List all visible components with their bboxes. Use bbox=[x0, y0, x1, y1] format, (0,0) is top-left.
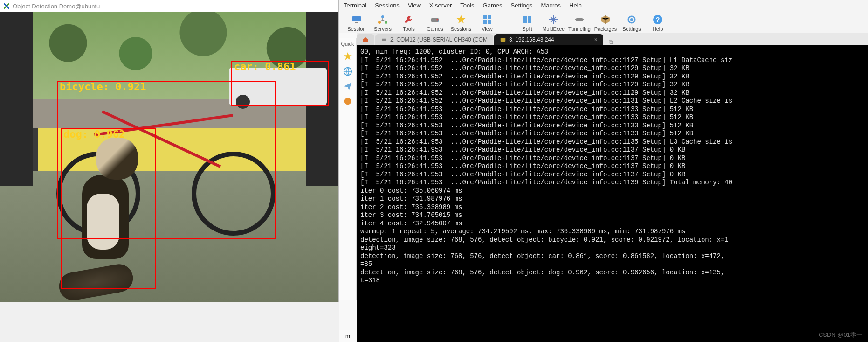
star-icon bbox=[455, 14, 467, 25]
tool-games[interactable]: Games bbox=[422, 14, 448, 32]
split-icon bbox=[522, 14, 533, 25]
tool-servers[interactable]: Servers bbox=[370, 14, 396, 32]
tool-settings[interactable]: Settings bbox=[619, 14, 645, 32]
window-titlebar[interactable]: Object Detection Demo@ubuntu bbox=[0, 0, 338, 12]
svg-rect-0 bbox=[352, 16, 361, 21]
gear-icon bbox=[626, 14, 637, 25]
svg-rect-11 bbox=[488, 20, 491, 24]
svg-rect-23 bbox=[501, 38, 506, 42]
tab-com12[interactable]: 2. COM12 (USB-SERIAL CH340 (COM bbox=[375, 34, 493, 45]
svg-point-21 bbox=[344, 98, 351, 105]
svg-point-7 bbox=[438, 21, 439, 22]
close-icon[interactable]: × bbox=[594, 36, 598, 43]
tab-com12-label: 2. COM12 (USB-SERIAL CH340 (COM bbox=[390, 36, 488, 43]
bottom-char: m bbox=[345, 333, 350, 340]
tool-view[interactable]: View bbox=[474, 14, 500, 32]
svg-rect-22 bbox=[382, 39, 386, 41]
svg-point-14 bbox=[552, 18, 555, 21]
bbox-dog-label: dog: 0.962 bbox=[63, 128, 125, 140]
menu-xserver[interactable]: X server bbox=[429, 2, 452, 9]
x-logo-icon bbox=[3, 3, 10, 9]
tab-overflow-icon[interactable]: ⧉ bbox=[609, 39, 613, 45]
svg-rect-5 bbox=[431, 18, 439, 22]
svg-text:?: ? bbox=[656, 16, 660, 23]
svg-rect-15 bbox=[576, 18, 583, 21]
home-icon bbox=[362, 36, 369, 43]
package-icon bbox=[600, 14, 611, 25]
help-icon: ? bbox=[652, 14, 663, 25]
svg-rect-1 bbox=[355, 22, 358, 23]
bbox-car-label: car: 0.861 bbox=[234, 61, 296, 72]
xserver-window: Object Detection Demo@ubuntu car: 0.861 … bbox=[0, 0, 339, 302]
svg-rect-9 bbox=[488, 15, 491, 19]
multi-icon bbox=[548, 14, 559, 25]
tool-tunneling[interactable]: Tunneling bbox=[566, 14, 592, 32]
tool-split[interactable]: Split bbox=[514, 14, 540, 32]
bottom-strip: m bbox=[339, 330, 357, 342]
tool-tools[interactable]: Tools bbox=[396, 14, 422, 32]
circle-icon[interactable] bbox=[343, 96, 353, 106]
window-title: Object Detection Demo@ubuntu bbox=[13, 3, 100, 10]
serial-icon bbox=[381, 36, 387, 43]
watermark: CSDN @01零一 bbox=[819, 331, 862, 339]
tab-home[interactable] bbox=[357, 34, 374, 45]
menu-tools[interactable]: Tools bbox=[460, 2, 474, 9]
tab-bar: 2. COM12 (USB-SERIAL CH340 (COM 3. 192.1… bbox=[357, 33, 868, 45]
svg-rect-8 bbox=[483, 15, 487, 19]
globe-icon[interactable] bbox=[343, 66, 353, 77]
tab-ssh-label: 3. 192.168.43.244 bbox=[509, 36, 554, 43]
toolbar: Session Servers Tools Games Sessions Vie… bbox=[339, 11, 868, 33]
paper-plane-icon[interactable] bbox=[343, 81, 353, 91]
svg-rect-12 bbox=[523, 16, 527, 23]
svg-rect-13 bbox=[528, 16, 531, 23]
terminal-output[interactable]: 00, min freq: 1200, cluster ID: 0, CPU A… bbox=[357, 45, 868, 342]
menu-games[interactable]: Games bbox=[483, 2, 503, 9]
menu-macros[interactable]: Macros bbox=[541, 2, 561, 9]
svg-rect-10 bbox=[483, 20, 487, 24]
terminal-app: Terminal Sessions View X server Tools Ga… bbox=[339, 0, 868, 342]
svg-point-17 bbox=[630, 18, 633, 21]
svg-point-6 bbox=[437, 19, 438, 21]
monitor-icon bbox=[351, 14, 362, 25]
tool-help[interactable]: ?Help bbox=[645, 14, 671, 32]
tool-sessions[interactable]: Sessions bbox=[448, 14, 474, 32]
network-icon bbox=[377, 14, 388, 25]
menu-view[interactable]: View bbox=[408, 2, 421, 9]
left-sidebar: Quick bbox=[339, 38, 357, 300]
tool-session[interactable]: Session bbox=[344, 14, 370, 32]
ssh-icon bbox=[500, 36, 506, 43]
menu-terminal[interactable]: Terminal bbox=[344, 2, 366, 9]
menu-settings[interactable]: Settings bbox=[511, 2, 533, 9]
tab-ssh[interactable]: 3. 192.168.43.244 × bbox=[494, 34, 603, 45]
svg-point-2 bbox=[381, 15, 384, 18]
bbox-dog: dog: 0.962 bbox=[61, 128, 156, 289]
grid-icon bbox=[482, 14, 493, 25]
bbox-bicycle-label: bicycle: 0.921 bbox=[60, 81, 146, 92]
menubar: Terminal Sessions View X server Tools Ga… bbox=[339, 0, 868, 11]
menu-sessions[interactable]: Sessions bbox=[375, 2, 400, 9]
menu-help[interactable]: Help bbox=[569, 2, 582, 9]
tool-multiexec[interactable]: MultiExec bbox=[540, 14, 566, 32]
gamepad-icon bbox=[429, 14, 441, 25]
quick-label: Quick bbox=[341, 41, 354, 47]
tunnel-icon bbox=[574, 14, 585, 25]
detection-image: car: 0.861 bicycle: 0.921 dog: 0.962 bbox=[0, 12, 338, 302]
tool-packages[interactable]: Packages bbox=[592, 14, 619, 32]
wrench-icon bbox=[403, 14, 414, 25]
star-icon[interactable] bbox=[343, 51, 353, 62]
